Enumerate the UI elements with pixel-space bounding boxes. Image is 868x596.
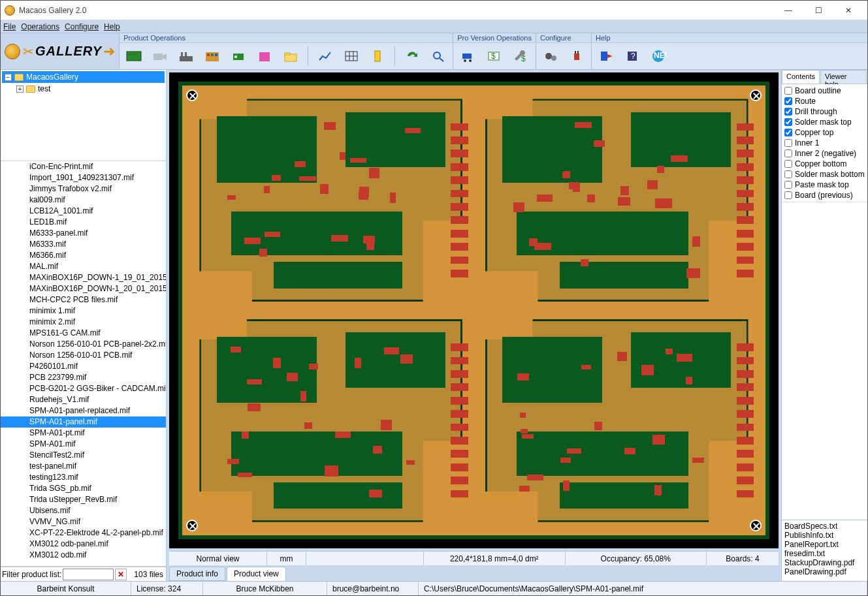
menu-operations[interactable]: Operations xyxy=(21,22,59,31)
menu-help[interactable]: Help xyxy=(104,22,120,31)
checkbox[interactable] xyxy=(784,87,792,95)
list-item[interactable]: Import_1901_1409231307.mif xyxy=(1,172,166,183)
close-button[interactable]: ✕ xyxy=(833,1,863,20)
folder-tree[interactable]: − MacaosGallery + test xyxy=(1,70,166,161)
layer-checkbox[interactable]: Paste mask top xyxy=(784,180,865,190)
checkbox[interactable] xyxy=(784,181,792,189)
expand-icon[interactable]: + xyxy=(16,86,24,93)
list-item[interactable]: XM3012 odb-panel.mif xyxy=(1,539,166,550)
tool-gears-icon[interactable] xyxy=(539,44,562,68)
checkbox[interactable] xyxy=(784,108,792,116)
layer-checkbox[interactable]: Solder mask top xyxy=(784,117,865,127)
list-item[interactable]: Rudehejs_V1.mif xyxy=(1,394,166,405)
list-item[interactable]: Norson 1256-010-01 PCB.mif xyxy=(1,350,166,361)
tool-wrench-money-icon[interactable]: $ xyxy=(508,44,532,68)
list-item[interactable]: PCB-G201-2 GGS-Biker - CADCAM.mif xyxy=(1,383,166,394)
tool-helpbook-icon[interactable]: ? xyxy=(620,44,644,68)
list-item[interactable]: M6333-panel.mif xyxy=(1,228,166,239)
clear-filter-button[interactable]: ✕ xyxy=(115,569,127,580)
list-item[interactable]: Trida SGS_pb.mif xyxy=(1,483,166,494)
checkbox[interactable] xyxy=(784,170,792,178)
checkbox[interactable] xyxy=(784,139,792,147)
list-item[interactable]: StencilTest2.mif xyxy=(1,450,166,461)
doc-item[interactable]: PanelReport.txt xyxy=(784,540,865,549)
list-item[interactable]: XM3012 odb.mif xyxy=(1,550,166,561)
layer-checkbox[interactable]: Board outline xyxy=(784,86,865,96)
list-item[interactable]: P4260101.mif xyxy=(1,361,166,372)
list-item[interactable]: SPM-A01.mif xyxy=(1,439,166,450)
list-item[interactable]: MPS161-G CAM.mif xyxy=(1,328,166,339)
list-item[interactable]: M6333.mif xyxy=(1,239,166,250)
file-list[interactable]: iCon-Enc-Print.mifImport_1901_1409231307… xyxy=(1,161,166,567)
list-item[interactable]: SPM-A01-panel-replaced.mif xyxy=(1,405,166,416)
list-item[interactable]: M6366.mif xyxy=(1,250,166,261)
layer-checkbox[interactable]: Inner 2 (negative) xyxy=(784,148,865,159)
tool-grid-icon[interactable] xyxy=(340,44,363,68)
list-item[interactable]: iCon-Enc-Print.mif xyxy=(1,161,166,172)
tool-chart-icon[interactable] xyxy=(313,44,337,68)
tool-folder-icon[interactable] xyxy=(279,44,302,68)
list-item[interactable]: SPM-A01-panel.mif xyxy=(1,416,166,428)
tool-refresh-icon[interactable] xyxy=(400,44,424,68)
list-item[interactable]: LCB12A_1001.mif xyxy=(1,206,166,217)
doc-item[interactable]: StackupDrawing.pdf xyxy=(784,558,865,567)
layer-checkbox[interactable]: Inner 1 xyxy=(784,138,865,148)
tool-money-icon[interactable]: $ xyxy=(482,44,506,68)
checkbox[interactable] xyxy=(784,191,792,199)
collapse-icon[interactable]: − xyxy=(5,74,12,81)
list-item[interactable]: testing123.mif xyxy=(1,472,166,483)
minimize-button[interactable]: — xyxy=(773,1,803,20)
doc-item[interactable]: fresedim.txt xyxy=(784,549,865,558)
list-item[interactable]: minimix 1.mif xyxy=(1,306,166,317)
list-item[interactable]: MCH-CPC2 PCB files.mif xyxy=(1,294,166,306)
list-item[interactable]: VVMV_NG.mif xyxy=(1,516,166,527)
list-item[interactable]: Ubisens.mif xyxy=(1,505,166,516)
list-item[interactable]: Norson 1256-010-01 PCB-panel-2x2.mif xyxy=(1,339,166,350)
layer-checkbox[interactable]: Solder mask bottom xyxy=(784,169,865,180)
layer-checkbox[interactable]: Drill through xyxy=(784,106,865,117)
list-item[interactable]: minimix 2.mif xyxy=(1,317,166,328)
tool-camera-icon[interactable] xyxy=(148,44,172,68)
layer-checkbox[interactable]: Route xyxy=(784,96,865,106)
tab-contents[interactable]: Contents xyxy=(782,70,820,84)
list-item[interactable]: MAXinBOX16P_DOWN-1_19_01_2015.mif xyxy=(1,272,166,283)
list-item[interactable]: Trida uStepper_RevB.mif xyxy=(1,494,166,505)
list-item[interactable]: XC-PT-22-Elektrode 4L-2-panel-pb.mif xyxy=(1,527,166,539)
checkbox[interactable] xyxy=(784,118,792,126)
tool-ruler-icon[interactable] xyxy=(366,44,389,68)
menu-file[interactable]: File xyxy=(3,22,16,31)
tool-exit-icon[interactable] xyxy=(594,44,618,68)
tree-child[interactable]: + test xyxy=(2,83,165,95)
checkbox[interactable] xyxy=(784,160,792,168)
list-item[interactable]: LED1B.mif xyxy=(1,217,166,228)
tool-new-icon[interactable]: NEW! xyxy=(647,44,670,68)
maximize-button[interactable]: ☐ xyxy=(803,1,833,20)
tree-root[interactable]: − MacaosGallery xyxy=(2,71,165,83)
list-item[interactable]: PCB 223799.mif xyxy=(1,372,166,383)
doc-item[interactable]: BoardSpecs.txt xyxy=(784,522,865,531)
filter-input[interactable] xyxy=(63,569,114,580)
list-item[interactable]: Jimmys Trafobox v2.mif xyxy=(1,183,166,195)
tool-palette-icon[interactable] xyxy=(201,44,224,68)
pcb-viewer[interactable] xyxy=(169,72,779,548)
tool-component-icon[interactable] xyxy=(227,44,250,68)
list-item[interactable]: MAXinBOX16P_DOWN-1_20_01_2015.mif xyxy=(1,283,166,294)
checkbox[interactable] xyxy=(784,129,792,136)
tab-product-info[interactable]: Product info xyxy=(169,567,225,581)
doc-list[interactable]: BoardSpecs.txtPublishInfo.txtPanelReport… xyxy=(782,520,867,581)
menu-configure[interactable]: Configure xyxy=(65,22,99,31)
layer-checkbox[interactable]: Board (previous) xyxy=(784,190,865,200)
tool-search-icon[interactable] xyxy=(426,44,450,68)
list-item[interactable]: SPM-A01-pt.mif xyxy=(1,428,166,439)
checkbox[interactable] xyxy=(784,97,792,105)
list-item[interactable]: MAL.mif xyxy=(1,261,166,272)
tool-pink-icon[interactable] xyxy=(253,44,276,68)
tool-board-icon[interactable] xyxy=(122,44,146,68)
checkbox[interactable] xyxy=(784,149,792,157)
doc-item[interactable]: PublishInfo.txt xyxy=(784,531,865,540)
tab-viewer-help[interactable]: Viewer help xyxy=(820,70,867,84)
doc-item[interactable]: PanelDrawing.pdf xyxy=(784,567,865,576)
layer-checkbox[interactable]: Copper top xyxy=(784,127,865,138)
tool-factory-icon[interactable] xyxy=(174,44,198,68)
layer-checkbox[interactable]: Copper bottom xyxy=(784,159,865,169)
